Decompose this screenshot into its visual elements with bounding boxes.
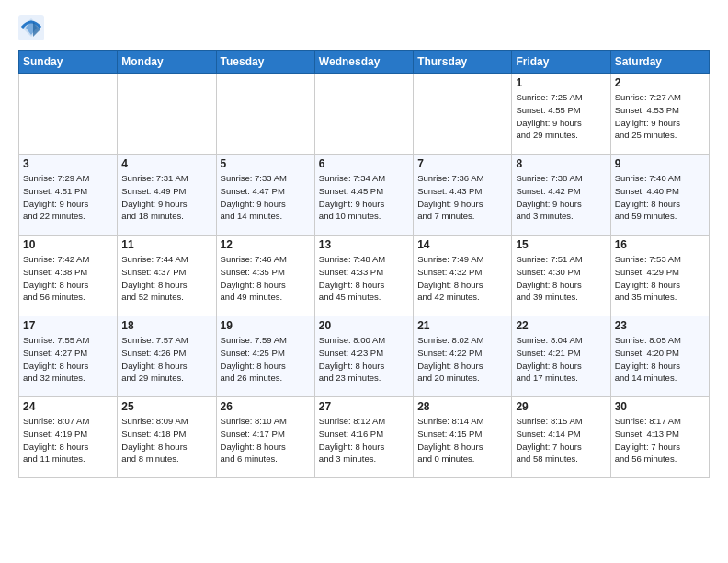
day-info: Sunrise: 7:44 AM Sunset: 4:37 PM Dayligh… <box>121 253 211 304</box>
day-info: Sunrise: 7:36 AM Sunset: 4:43 PM Dayligh… <box>417 172 507 223</box>
day-number: 26 <box>221 400 311 413</box>
day-cell: 16Sunrise: 7:53 AM Sunset: 4:29 PM Dayli… <box>610 236 709 316</box>
page: SundayMondayTuesdayWednesdayThursdayFrid… <box>0 0 728 488</box>
day-cell: 8Sunrise: 7:38 AM Sunset: 4:42 PM Daylig… <box>512 155 610 236</box>
day-cell: 28Sunrise: 8:14 AM Sunset: 4:15 PM Dayli… <box>414 397 512 478</box>
day-info: Sunrise: 7:25 AM Sunset: 4:55 PM Dayligh… <box>516 91 606 142</box>
day-cell: 9Sunrise: 7:40 AM Sunset: 4:40 PM Daylig… <box>610 155 709 236</box>
day-number: 19 <box>221 319 311 332</box>
header-row: SundayMondayTuesdayWednesdayThursdayFrid… <box>19 51 710 74</box>
week-row-4: 17Sunrise: 7:55 AM Sunset: 4:27 PM Dayli… <box>19 316 710 397</box>
day-info: Sunrise: 7:27 AM Sunset: 4:53 PM Dayligh… <box>615 91 705 142</box>
day-number: 4 <box>121 157 211 170</box>
day-info: Sunrise: 7:49 AM Sunset: 4:32 PM Dayligh… <box>417 253 507 304</box>
day-info: Sunrise: 7:53 AM Sunset: 4:29 PM Dayligh… <box>615 253 705 304</box>
day-number: 2 <box>615 76 705 89</box>
day-info: Sunrise: 7:33 AM Sunset: 4:47 PM Dayligh… <box>221 172 311 223</box>
day-cell: 6Sunrise: 7:34 AM Sunset: 4:45 PM Daylig… <box>314 155 413 236</box>
day-info: Sunrise: 7:34 AM Sunset: 4:45 PM Dayligh… <box>319 172 409 223</box>
day-info: Sunrise: 8:12 AM Sunset: 4:16 PM Dayligh… <box>319 415 409 465</box>
day-info: Sunrise: 7:31 AM Sunset: 4:49 PM Dayligh… <box>121 172 211 223</box>
day-info: Sunrise: 8:05 AM Sunset: 4:20 PM Dayligh… <box>615 334 705 385</box>
day-cell: 14Sunrise: 7:49 AM Sunset: 4:32 PM Dayli… <box>414 236 512 316</box>
day-number: 11 <box>121 238 211 251</box>
day-number: 12 <box>221 238 311 251</box>
day-cell: 5Sunrise: 7:33 AM Sunset: 4:47 PM Daylig… <box>216 155 314 236</box>
day-cell: 15Sunrise: 7:51 AM Sunset: 4:30 PM Dayli… <box>512 236 610 316</box>
day-number: 16 <box>615 238 705 251</box>
col-header-monday: Monday <box>118 51 216 74</box>
day-info: Sunrise: 7:59 AM Sunset: 4:25 PM Dayligh… <box>221 334 311 385</box>
day-info: Sunrise: 7:46 AM Sunset: 4:35 PM Dayligh… <box>221 253 311 304</box>
day-cell <box>314 74 413 155</box>
day-info: Sunrise: 7:48 AM Sunset: 4:33 PM Dayligh… <box>319 253 409 304</box>
day-info: Sunrise: 8:04 AM Sunset: 4:21 PM Dayligh… <box>516 334 606 385</box>
day-info: Sunrise: 8:02 AM Sunset: 4:22 PM Dayligh… <box>417 334 507 385</box>
day-number: 9 <box>615 157 705 170</box>
day-info: Sunrise: 7:29 AM Sunset: 4:51 PM Dayligh… <box>23 172 113 223</box>
day-cell: 20Sunrise: 8:00 AM Sunset: 4:23 PM Dayli… <box>314 316 413 397</box>
day-cell <box>216 74 314 155</box>
day-number: 18 <box>121 319 211 332</box>
day-cell: 18Sunrise: 7:57 AM Sunset: 4:26 PM Dayli… <box>118 316 216 397</box>
week-row-1: 1Sunrise: 7:25 AM Sunset: 4:55 PM Daylig… <box>19 74 710 155</box>
day-info: Sunrise: 8:07 AM Sunset: 4:19 PM Dayligh… <box>23 415 113 465</box>
day-cell: 11Sunrise: 7:44 AM Sunset: 4:37 PM Dayli… <box>118 236 216 316</box>
day-number: 17 <box>23 319 113 332</box>
col-header-saturday: Saturday <box>610 51 709 74</box>
day-number: 8 <box>516 157 606 170</box>
col-header-thursday: Thursday <box>414 51 512 74</box>
day-number: 7 <box>417 157 507 170</box>
day-cell: 30Sunrise: 8:17 AM Sunset: 4:13 PM Dayli… <box>610 397 709 478</box>
day-number: 20 <box>319 319 409 332</box>
day-cell: 27Sunrise: 8:12 AM Sunset: 4:16 PM Dayli… <box>314 397 413 478</box>
day-info: Sunrise: 8:17 AM Sunset: 4:13 PM Dayligh… <box>615 415 705 465</box>
day-cell: 3Sunrise: 7:29 AM Sunset: 4:51 PM Daylig… <box>19 155 118 236</box>
day-cell: 17Sunrise: 7:55 AM Sunset: 4:27 PM Dayli… <box>19 316 118 397</box>
day-cell: 21Sunrise: 8:02 AM Sunset: 4:22 PM Dayli… <box>414 316 512 397</box>
day-number: 10 <box>23 238 113 251</box>
day-cell: 12Sunrise: 7:46 AM Sunset: 4:35 PM Dayli… <box>216 236 314 316</box>
week-row-2: 3Sunrise: 7:29 AM Sunset: 4:51 PM Daylig… <box>19 155 710 236</box>
day-number: 14 <box>417 238 507 251</box>
day-info: Sunrise: 7:55 AM Sunset: 4:27 PM Dayligh… <box>23 334 113 385</box>
day-number: 24 <box>23 400 113 413</box>
day-cell: 26Sunrise: 8:10 AM Sunset: 4:17 PM Dayli… <box>216 397 314 478</box>
day-number: 27 <box>319 400 409 413</box>
day-info: Sunrise: 7:40 AM Sunset: 4:40 PM Dayligh… <box>615 172 705 223</box>
logo-icon <box>18 15 44 40</box>
day-cell: 29Sunrise: 8:15 AM Sunset: 4:14 PM Dayli… <box>512 397 610 478</box>
col-header-wednesday: Wednesday <box>314 51 413 74</box>
day-info: Sunrise: 7:57 AM Sunset: 4:26 PM Dayligh… <box>121 334 211 385</box>
day-number: 22 <box>516 319 606 332</box>
day-cell: 22Sunrise: 8:04 AM Sunset: 4:21 PM Dayli… <box>512 316 610 397</box>
day-cell <box>414 74 512 155</box>
day-number: 15 <box>516 238 606 251</box>
day-number: 13 <box>319 238 409 251</box>
day-cell: 2Sunrise: 7:27 AM Sunset: 4:53 PM Daylig… <box>610 74 709 155</box>
week-row-5: 24Sunrise: 8:07 AM Sunset: 4:19 PM Dayli… <box>19 397 710 478</box>
day-info: Sunrise: 7:51 AM Sunset: 4:30 PM Dayligh… <box>516 253 606 304</box>
day-cell: 4Sunrise: 7:31 AM Sunset: 4:49 PM Daylig… <box>118 155 216 236</box>
day-cell <box>19 74 118 155</box>
day-number: 29 <box>516 400 606 413</box>
col-header-sunday: Sunday <box>19 51 118 74</box>
day-cell: 23Sunrise: 8:05 AM Sunset: 4:20 PM Dayli… <box>610 316 709 397</box>
day-cell <box>118 74 216 155</box>
day-cell: 10Sunrise: 7:42 AM Sunset: 4:38 PM Dayli… <box>19 236 118 316</box>
calendar-table: SundayMondayTuesdayWednesdayThursdayFrid… <box>18 50 710 478</box>
header <box>18 15 710 40</box>
col-header-friday: Friday <box>512 51 610 74</box>
week-row-3: 10Sunrise: 7:42 AM Sunset: 4:38 PM Dayli… <box>19 236 710 316</box>
day-info: Sunrise: 8:14 AM Sunset: 4:15 PM Dayligh… <box>417 415 507 465</box>
day-cell: 19Sunrise: 7:59 AM Sunset: 4:25 PM Dayli… <box>216 316 314 397</box>
col-header-tuesday: Tuesday <box>216 51 314 74</box>
day-info: Sunrise: 8:09 AM Sunset: 4:18 PM Dayligh… <box>121 415 211 465</box>
day-cell: 13Sunrise: 7:48 AM Sunset: 4:33 PM Dayli… <box>314 236 413 316</box>
day-info: Sunrise: 7:42 AM Sunset: 4:38 PM Dayligh… <box>23 253 113 304</box>
day-number: 23 <box>615 319 705 332</box>
day-cell: 25Sunrise: 8:09 AM Sunset: 4:18 PM Dayli… <box>118 397 216 478</box>
day-number: 30 <box>615 400 705 413</box>
day-info: Sunrise: 8:00 AM Sunset: 4:23 PM Dayligh… <box>319 334 409 385</box>
logo <box>18 15 48 40</box>
